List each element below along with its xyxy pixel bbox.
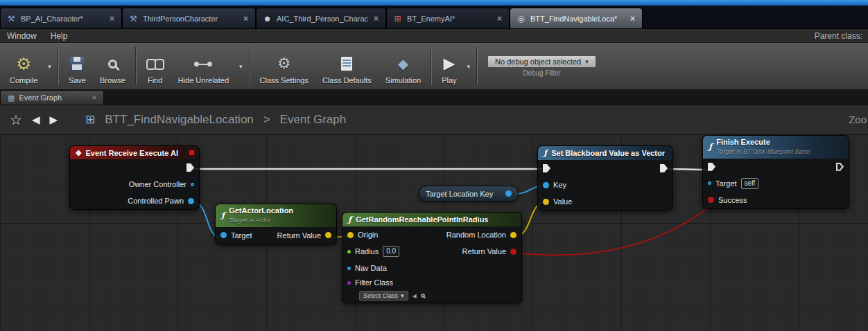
play-label: Play — [442, 76, 456, 84]
exec-out-pin[interactable] — [660, 164, 668, 172]
node-set-blackboard-value[interactable]: ƒ Set Blackboard Value as Vector Key Val… — [537, 145, 673, 211]
asset-tab-bar: ⚒ BP_AI_Character* × ⚒ ThirdPersonCharac… — [0, 6, 868, 29]
node-get-actor-location[interactable]: ƒ GetActorLocation Target is Actor Targe… — [215, 204, 337, 244]
hide-unrelated-label: Hide Unrelated — [178, 76, 229, 84]
debug-object-select[interactable]: No debug object selected ▾ — [487, 55, 596, 68]
zoom-level-text: Zoo — [849, 114, 867, 125]
play-dropdown-caret[interactable]: ▾ — [464, 63, 474, 70]
owner-controller-pin[interactable] — [191, 183, 194, 186]
menu-window[interactable]: Window — [0, 31, 44, 41]
hide-unrelated-button[interactable]: Hide Unrelated — [171, 43, 236, 89]
simulation-button[interactable]: ◆ Simulation — [379, 43, 428, 89]
filter-class-pin[interactable] — [347, 281, 351, 285]
toolbar-separator — [58, 47, 59, 85]
menu-bar: Window Help Parent class: — [0, 29, 868, 43]
pin-label: Owner Controller — [129, 180, 186, 188]
exec-in-pin[interactable] — [708, 163, 715, 171]
blueprint-class-icon: ⚒ — [128, 13, 139, 24]
target-self-field[interactable]: self — [741, 178, 759, 189]
node-header: ƒ GetRandomReachablePointInRadius — [342, 213, 521, 226]
class-settings-label: Class Settings — [260, 76, 309, 84]
menu-help[interactable]: Help — [44, 31, 75, 41]
controlled-pawn-pin[interactable] — [188, 198, 194, 204]
breadcrumb-current[interactable]: Event Graph — [280, 113, 346, 127]
target-pin[interactable] — [220, 232, 227, 238]
random-location-pin[interactable] — [510, 232, 517, 238]
event-graph-tab-label: Event Graph — [19, 93, 62, 102]
chevron-down-icon: ▾ — [401, 292, 404, 299]
close-icon[interactable]: × — [242, 14, 250, 24]
origin-pin[interactable] — [347, 232, 354, 238]
pin-label: Radius — [355, 247, 379, 256]
event-graph-tab[interactable]: ▦ Event Graph × — [0, 90, 104, 105]
close-icon[interactable]: × — [108, 14, 116, 24]
back-arrow-icon[interactable]: ◀ — [32, 114, 40, 126]
compile-dropdown-caret[interactable]: ▾ — [44, 63, 55, 70]
success-pin[interactable] — [708, 197, 714, 203]
target-pin[interactable] — [708, 181, 711, 185]
exec-out-pin[interactable] — [186, 163, 194, 172]
node-get-random-reachable-point[interactable]: ƒ GetRandomReachablePointInRadius Origin… — [342, 212, 522, 303]
class-settings-button[interactable]: ⚙ Class Settings — [253, 43, 315, 89]
save-button[interactable]: Save — [62, 43, 93, 89]
hide-unrelated-caret[interactable]: ▾ — [236, 63, 246, 70]
browse-asset-icon[interactable] — [421, 294, 425, 298]
key-pin[interactable] — [543, 182, 549, 188]
pin-label: Value — [553, 197, 572, 206]
compile-button[interactable]: ⚙ Compile — [3, 43, 44, 89]
pin-label: Nav Data — [355, 264, 387, 272]
find-button[interactable]: Find — [139, 43, 171, 89]
return-value-pin[interactable] — [510, 249, 517, 255]
tab-aic-third-person[interactable]: ☻ AIC_Third_Person_Charac × — [256, 8, 386, 28]
tab-bp-ai-character[interactable]: ⚒ BP_AI_Character* × — [0, 8, 122, 28]
simulation-icon: ◆ — [398, 57, 408, 71]
behavior-tree-icon: ⊞ — [392, 13, 403, 24]
toolbar-separator — [476, 47, 478, 85]
value-pin[interactable] — [543, 199, 549, 205]
select-class-dropdown[interactable]: Select Class ▾ — [359, 291, 408, 301]
node-finish-execute[interactable]: ƒ Finish Execute Target is BTTask Bluepr… — [702, 135, 849, 209]
close-icon[interactable]: × — [496, 14, 503, 24]
chevron-down-icon: ▾ — [585, 58, 589, 65]
node-event-receive-execute-ai[interactable]: ◈ Event Receive Execute AI Owner Control… — [69, 145, 200, 210]
function-icon: ƒ — [221, 211, 225, 220]
exec-out-pin[interactable] — [836, 163, 844, 171]
variable-label: Target Location Key — [426, 190, 493, 198]
toolbar-separator — [135, 47, 137, 85]
event-graph-canvas[interactable]: ◈ Event Receive Execute AI Owner Control… — [0, 134, 868, 331]
pin-label: Success — [718, 196, 747, 204]
tab-btt-findnavigableloca[interactable]: ◎ BTT_FindNavigableLoca* × — [510, 8, 643, 28]
node-target-location-key[interactable]: Target Location Key — [419, 186, 519, 202]
bool-wire-return-to-success[interactable] — [515, 206, 711, 255]
key-output-pin[interactable] — [505, 190, 512, 197]
ai-controller-icon: ☻ — [262, 13, 272, 24]
tab-third-person-character[interactable]: ⚒ ThirdPersonCharacter × — [122, 8, 256, 28]
node-title: Event Receive Execute AI — [85, 149, 178, 157]
save-icon — [70, 57, 84, 71]
function-icon: ƒ — [709, 142, 712, 152]
close-icon[interactable]: × — [92, 93, 96, 102]
compile-label: Compile — [10, 76, 37, 84]
toolbar-separator — [249, 47, 250, 85]
exec-in-pin[interactable] — [543, 164, 550, 172]
favorite-star-icon[interactable]: ☆ — [10, 111, 22, 128]
browse-button[interactable]: Browse — [93, 43, 132, 89]
toolbar: ⚙ Compile ▾ Save Browse Find Hide Unrela… — [0, 43, 868, 90]
radius-pin[interactable] — [347, 250, 351, 253]
node-subtitle: Target is BTTask Blueprint Base — [716, 147, 810, 156]
return-value-pin[interactable] — [325, 232, 331, 238]
close-icon[interactable]: × — [372, 14, 380, 24]
parent-class-label: Parent class: — [815, 31, 862, 41]
tab-bt-enemyai[interactable]: ⊞ BT_EnemyAI* × — [386, 8, 510, 28]
pin-label: Target — [715, 179, 737, 188]
forward-arrow-icon[interactable]: ▶ — [49, 114, 58, 126]
browse-label: Browse — [100, 76, 125, 84]
class-defaults-button[interactable]: Class Defaults — [315, 43, 379, 89]
breadcrumb-root[interactable]: BTT_FindNavigableLocation — [105, 113, 254, 127]
radius-value-field[interactable]: 0.0 — [383, 246, 399, 257]
simulation-label: Simulation — [385, 76, 421, 84]
use-selected-icon[interactable]: ◀ — [413, 293, 417, 299]
play-button[interactable]: ▶ Play — [435, 43, 463, 89]
close-icon[interactable]: × — [629, 14, 636, 24]
nav-data-pin[interactable] — [347, 267, 351, 270]
